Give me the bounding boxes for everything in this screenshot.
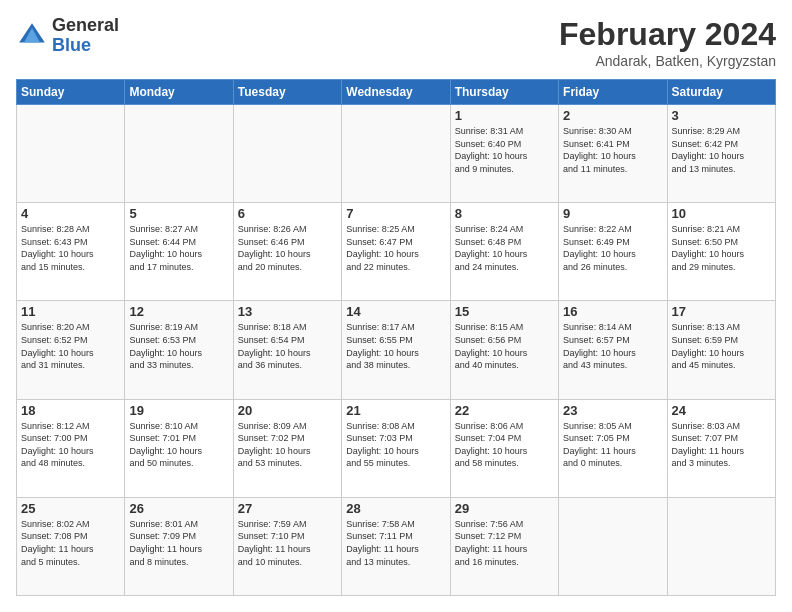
day-number: 14 (346, 304, 445, 319)
calendar-cell: 6Sunrise: 8:26 AM Sunset: 6:46 PM Daylig… (233, 203, 341, 301)
day-info: Sunrise: 8:20 AM Sunset: 6:52 PM Dayligh… (21, 321, 120, 371)
day-info: Sunrise: 8:18 AM Sunset: 6:54 PM Dayligh… (238, 321, 337, 371)
calendar-week-row: 18Sunrise: 8:12 AM Sunset: 7:00 PM Dayli… (17, 399, 776, 497)
day-number: 5 (129, 206, 228, 221)
day-info: Sunrise: 8:01 AM Sunset: 7:09 PM Dayligh… (129, 518, 228, 568)
calendar-cell: 29Sunrise: 7:56 AM Sunset: 7:12 PM Dayli… (450, 497, 558, 595)
day-number: 4 (21, 206, 120, 221)
calendar-cell: 24Sunrise: 8:03 AM Sunset: 7:07 PM Dayli… (667, 399, 775, 497)
day-number: 23 (563, 403, 662, 418)
calendar-week-row: 1Sunrise: 8:31 AM Sunset: 6:40 PM Daylig… (17, 105, 776, 203)
calendar-day-header: Wednesday (342, 80, 450, 105)
calendar-day-header: Thursday (450, 80, 558, 105)
day-info: Sunrise: 8:25 AM Sunset: 6:47 PM Dayligh… (346, 223, 445, 273)
title-block: February 2024 Andarak, Batken, Kyrgyzsta… (559, 16, 776, 69)
calendar-cell: 11Sunrise: 8:20 AM Sunset: 6:52 PM Dayli… (17, 301, 125, 399)
calendar-cell: 10Sunrise: 8:21 AM Sunset: 6:50 PM Dayli… (667, 203, 775, 301)
calendar-header-row: SundayMondayTuesdayWednesdayThursdayFrid… (17, 80, 776, 105)
day-number: 10 (672, 206, 771, 221)
calendar-cell (125, 105, 233, 203)
day-info: Sunrise: 8:24 AM Sunset: 6:48 PM Dayligh… (455, 223, 554, 273)
day-info: Sunrise: 8:26 AM Sunset: 6:46 PM Dayligh… (238, 223, 337, 273)
calendar-cell: 18Sunrise: 8:12 AM Sunset: 7:00 PM Dayli… (17, 399, 125, 497)
day-info: Sunrise: 8:03 AM Sunset: 7:07 PM Dayligh… (672, 420, 771, 470)
day-number: 7 (346, 206, 445, 221)
day-info: Sunrise: 8:29 AM Sunset: 6:42 PM Dayligh… (672, 125, 771, 175)
calendar-cell: 5Sunrise: 8:27 AM Sunset: 6:44 PM Daylig… (125, 203, 233, 301)
day-info: Sunrise: 8:09 AM Sunset: 7:02 PM Dayligh… (238, 420, 337, 470)
calendar-cell: 21Sunrise: 8:08 AM Sunset: 7:03 PM Dayli… (342, 399, 450, 497)
day-info: Sunrise: 8:12 AM Sunset: 7:00 PM Dayligh… (21, 420, 120, 470)
day-number: 22 (455, 403, 554, 418)
location: Andarak, Batken, Kyrgyzstan (559, 53, 776, 69)
day-number: 25 (21, 501, 120, 516)
day-number: 28 (346, 501, 445, 516)
day-number: 9 (563, 206, 662, 221)
calendar-cell: 15Sunrise: 8:15 AM Sunset: 6:56 PM Dayli… (450, 301, 558, 399)
calendar-cell: 2Sunrise: 8:30 AM Sunset: 6:41 PM Daylig… (559, 105, 667, 203)
day-number: 12 (129, 304, 228, 319)
day-number: 18 (21, 403, 120, 418)
calendar-cell: 14Sunrise: 8:17 AM Sunset: 6:55 PM Dayli… (342, 301, 450, 399)
day-number: 8 (455, 206, 554, 221)
day-number: 11 (21, 304, 120, 319)
day-number: 20 (238, 403, 337, 418)
calendar-day-header: Monday (125, 80, 233, 105)
header: General Blue February 2024 Andarak, Batk… (16, 16, 776, 69)
calendar-week-row: 25Sunrise: 8:02 AM Sunset: 7:08 PM Dayli… (17, 497, 776, 595)
day-number: 29 (455, 501, 554, 516)
calendar-cell (559, 497, 667, 595)
calendar-cell: 3Sunrise: 8:29 AM Sunset: 6:42 PM Daylig… (667, 105, 775, 203)
day-number: 26 (129, 501, 228, 516)
calendar-cell: 28Sunrise: 7:58 AM Sunset: 7:11 PM Dayli… (342, 497, 450, 595)
calendar-week-row: 11Sunrise: 8:20 AM Sunset: 6:52 PM Dayli… (17, 301, 776, 399)
calendar-cell: 7Sunrise: 8:25 AM Sunset: 6:47 PM Daylig… (342, 203, 450, 301)
logo: General Blue (16, 16, 119, 56)
calendar-cell: 8Sunrise: 8:24 AM Sunset: 6:48 PM Daylig… (450, 203, 558, 301)
day-number: 15 (455, 304, 554, 319)
calendar-cell: 26Sunrise: 8:01 AM Sunset: 7:09 PM Dayli… (125, 497, 233, 595)
day-number: 17 (672, 304, 771, 319)
day-info: Sunrise: 8:31 AM Sunset: 6:40 PM Dayligh… (455, 125, 554, 175)
day-info: Sunrise: 8:28 AM Sunset: 6:43 PM Dayligh… (21, 223, 120, 273)
logo-general: General (52, 16, 119, 36)
day-info: Sunrise: 7:56 AM Sunset: 7:12 PM Dayligh… (455, 518, 554, 568)
calendar-cell: 16Sunrise: 8:14 AM Sunset: 6:57 PM Dayli… (559, 301, 667, 399)
calendar-cell: 9Sunrise: 8:22 AM Sunset: 6:49 PM Daylig… (559, 203, 667, 301)
day-info: Sunrise: 8:19 AM Sunset: 6:53 PM Dayligh… (129, 321, 228, 371)
day-info: Sunrise: 8:02 AM Sunset: 7:08 PM Dayligh… (21, 518, 120, 568)
day-info: Sunrise: 8:22 AM Sunset: 6:49 PM Dayligh… (563, 223, 662, 273)
day-number: 2 (563, 108, 662, 123)
day-info: Sunrise: 8:21 AM Sunset: 6:50 PM Dayligh… (672, 223, 771, 273)
calendar-cell: 4Sunrise: 8:28 AM Sunset: 6:43 PM Daylig… (17, 203, 125, 301)
day-number: 3 (672, 108, 771, 123)
logo-icon (16, 20, 48, 52)
day-info: Sunrise: 8:13 AM Sunset: 6:59 PM Dayligh… (672, 321, 771, 371)
day-info: Sunrise: 8:14 AM Sunset: 6:57 PM Dayligh… (563, 321, 662, 371)
calendar-cell: 1Sunrise: 8:31 AM Sunset: 6:40 PM Daylig… (450, 105, 558, 203)
calendar-cell: 17Sunrise: 8:13 AM Sunset: 6:59 PM Dayli… (667, 301, 775, 399)
day-number: 16 (563, 304, 662, 319)
calendar-cell (17, 105, 125, 203)
calendar-day-header: Tuesday (233, 80, 341, 105)
calendar-cell (342, 105, 450, 203)
calendar-cell: 22Sunrise: 8:06 AM Sunset: 7:04 PM Dayli… (450, 399, 558, 497)
day-number: 27 (238, 501, 337, 516)
calendar-cell (233, 105, 341, 203)
day-number: 1 (455, 108, 554, 123)
calendar-cell: 27Sunrise: 7:59 AM Sunset: 7:10 PM Dayli… (233, 497, 341, 595)
page: General Blue February 2024 Andarak, Batk… (0, 0, 792, 612)
calendar-cell: 13Sunrise: 8:18 AM Sunset: 6:54 PM Dayli… (233, 301, 341, 399)
calendar: SundayMondayTuesdayWednesdayThursdayFrid… (16, 79, 776, 596)
calendar-day-header: Saturday (667, 80, 775, 105)
day-info: Sunrise: 8:05 AM Sunset: 7:05 PM Dayligh… (563, 420, 662, 470)
day-info: Sunrise: 8:08 AM Sunset: 7:03 PM Dayligh… (346, 420, 445, 470)
calendar-cell: 25Sunrise: 8:02 AM Sunset: 7:08 PM Dayli… (17, 497, 125, 595)
calendar-cell: 20Sunrise: 8:09 AM Sunset: 7:02 PM Dayli… (233, 399, 341, 497)
day-info: Sunrise: 8:10 AM Sunset: 7:01 PM Dayligh… (129, 420, 228, 470)
logo-text: General Blue (52, 16, 119, 56)
calendar-cell (667, 497, 775, 595)
calendar-cell: 19Sunrise: 8:10 AM Sunset: 7:01 PM Dayli… (125, 399, 233, 497)
day-info: Sunrise: 8:27 AM Sunset: 6:44 PM Dayligh… (129, 223, 228, 273)
calendar-cell: 12Sunrise: 8:19 AM Sunset: 6:53 PM Dayli… (125, 301, 233, 399)
